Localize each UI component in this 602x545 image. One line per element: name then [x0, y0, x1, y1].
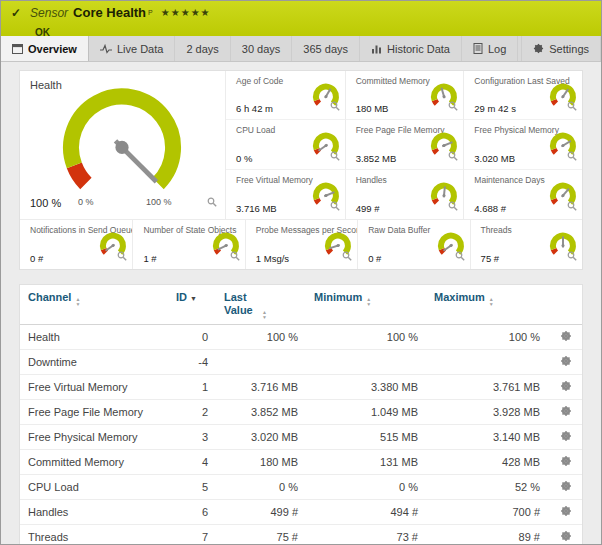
cell-channel: Free Virtual Memory — [20, 375, 168, 400]
object-kind-label: Sensor — [30, 6, 68, 20]
col-header-maximum[interactable]: Maximum▲▼ — [426, 285, 548, 325]
col-header-last-value[interactable]: Last Value▲▼ — [216, 285, 306, 325]
gauge-cell-cpu-load: CPU Load0 % — [226, 120, 345, 169]
table-row-free-virtual-memory[interactable]: Free Virtual Memory13.716 MB3.380 MB3.76… — [20, 375, 582, 400]
tab-label: Overview — [28, 43, 77, 55]
cell-maximum: 700 # — [426, 500, 548, 525]
table-row-free-page-file-memory[interactable]: Free Page File Memory23.852 MB1.049 MB3.… — [20, 400, 582, 425]
cell-last-value: 75 # — [216, 525, 306, 545]
log-icon — [473, 43, 483, 54]
cell-id: 5 — [168, 475, 216, 500]
gauge-min-label: 0 % — [78, 197, 94, 207]
cell-channel: Health — [20, 325, 168, 350]
channels-table-card: Channel▲▼ ID▼ Last Value▲▼ Minimum▲▼ Max — [19, 284, 583, 545]
table-row-cpu-load[interactable]: CPU Load50 %0 %52 % — [20, 475, 582, 500]
cell-id: 7 — [168, 525, 216, 545]
cell-last-value: 3.852 MB — [216, 400, 306, 425]
col-label-channel: Channel — [28, 291, 71, 303]
tab-log[interactable]: Log — [462, 36, 518, 61]
cell-minimum: 131 MB — [306, 450, 426, 475]
table-row-downtime[interactable]: Downtime-4 — [20, 350, 582, 375]
tab-overview[interactable]: Overview — [1, 36, 89, 61]
gauge-grid: Age of Code6 h 42 mCommitted Memory180 M… — [226, 71, 582, 219]
zoom-icon[interactable] — [567, 197, 577, 215]
cell-minimum: 1.049 MB — [306, 400, 426, 425]
col-label-maximum: Maximum — [434, 291, 485, 303]
zoom-icon[interactable] — [330, 197, 340, 215]
cell-last-value: 3.716 MB — [216, 375, 306, 400]
cell-last-value — [216, 350, 306, 375]
tab-365-days[interactable]: 365 days — [292, 36, 360, 61]
tab-live-data[interactable]: Live Data — [89, 36, 175, 61]
channel-settings-icon[interactable] — [560, 480, 572, 492]
channel-settings-icon[interactable] — [560, 405, 572, 417]
sort-desc-icon[interactable]: ▼ — [190, 295, 197, 302]
table-row-health[interactable]: Health0100 %100 %100 % — [20, 325, 582, 350]
sort-toggle-icon[interactable]: ▲▼ — [366, 297, 371, 307]
cell-id: 6 — [168, 500, 216, 525]
zoom-icon[interactable] — [567, 147, 577, 165]
zoom-icon[interactable] — [117, 247, 127, 265]
gauge-cell-configuration-last-saved: Configuration Last Saved29 m 42 s — [463, 71, 582, 120]
col-header-minimum[interactable]: Minimum▲▼ — [306, 285, 426, 325]
gauge-cell-maintenance-days: Maintenance Days4.688 # — [463, 170, 582, 219]
tab-30-days[interactable]: 30 days — [231, 36, 293, 61]
tab-label: Historic Data — [387, 43, 450, 55]
tab-label: Live Data — [117, 43, 163, 55]
col-label-id: ID — [176, 291, 187, 303]
channel-settings-icon[interactable] — [560, 380, 572, 392]
channel-settings-icon[interactable] — [560, 355, 572, 367]
gauge-max-label: 100 % — [146, 197, 172, 207]
col-header-id[interactable]: ID▼ — [168, 285, 216, 325]
zoom-icon[interactable] — [448, 97, 458, 115]
cell-minimum: 0 % — [306, 475, 426, 500]
cell-maximum: 3.140 MB — [426, 425, 548, 450]
channel-settings-icon[interactable] — [560, 430, 572, 442]
table-row-threads[interactable]: Threads775 #73 #89 # — [20, 525, 582, 545]
zoom-icon[interactable] — [230, 247, 240, 265]
cell-maximum: 89 # — [426, 525, 548, 545]
priority-stars[interactable]: ★★★★★ — [161, 7, 211, 18]
cell-channel: Committed Memory — [20, 450, 168, 475]
health-gauge-value: 100 % — [30, 197, 61, 209]
gauge-value: 3.020 MB — [474, 153, 515, 164]
zoom-icon[interactable] — [207, 193, 217, 211]
sort-toggle-icon[interactable]: ▲▼ — [75, 297, 80, 307]
tab-historic-data[interactable]: Historic Data — [360, 36, 462, 61]
sort-toggle-icon[interactable]: ▲▼ — [489, 297, 494, 307]
zoom-icon[interactable] — [342, 247, 352, 265]
zoom-icon[interactable] — [330, 147, 340, 165]
cell-maximum — [426, 350, 548, 375]
gauge-value: 3.716 MB — [236, 203, 277, 214]
zoom-icon[interactable] — [448, 147, 458, 165]
channel-settings-icon[interactable] — [560, 505, 572, 517]
cell-last-value: 180 MB — [216, 450, 306, 475]
gauge-cell-free-virtual-memory: Free Virtual Memory3.716 MB — [226, 170, 345, 219]
cell-minimum: 73 # — [306, 525, 426, 545]
table-row-committed-memory[interactable]: Committed Memory4180 MB131 MB428 MB — [20, 450, 582, 475]
cell-channel: Threads — [20, 525, 168, 545]
table-row-handles[interactable]: Handles6499 #494 #700 # — [20, 500, 582, 525]
tab-bar: OverviewLive Data2 days30 days365 daysHi… — [1, 36, 601, 62]
zoom-icon[interactable] — [455, 247, 465, 265]
channel-settings-icon[interactable] — [560, 455, 572, 467]
channel-settings-icon[interactable] — [560, 330, 572, 342]
gauge-value: 3.852 MB — [356, 153, 397, 164]
tab-2-days[interactable]: 2 days — [175, 36, 230, 61]
zoom-icon[interactable] — [567, 97, 577, 115]
col-header-channel[interactable]: Channel▲▼ — [20, 285, 168, 325]
zoom-icon[interactable] — [567, 247, 577, 265]
gauges-panel: Health 0 % 100 % 100 % Age of Code6 h 42… — [19, 70, 583, 270]
table-row-free-physical-memory[interactable]: Free Physical Memory33.020 MB515 MB3.140… — [20, 425, 582, 450]
cell-id: -4 — [168, 350, 216, 375]
sort-toggle-icon[interactable]: ▲▼ — [262, 310, 267, 320]
cell-last-value: 3.020 MB — [216, 425, 306, 450]
gauge-value: 0 % — [236, 153, 252, 164]
gauge-cell-number-of-state-objects: Number of State Objects1 # — [132, 220, 244, 269]
gauge-value: 4.688 # — [474, 203, 506, 214]
zoom-icon[interactable] — [330, 97, 340, 115]
zoom-icon[interactable] — [448, 197, 458, 215]
gauge-cell-raw-data-buffer: Raw Data Buffer0 # — [357, 220, 469, 269]
tab-settings[interactable]: Settings — [521, 36, 601, 61]
channel-settings-icon[interactable] — [560, 530, 572, 542]
